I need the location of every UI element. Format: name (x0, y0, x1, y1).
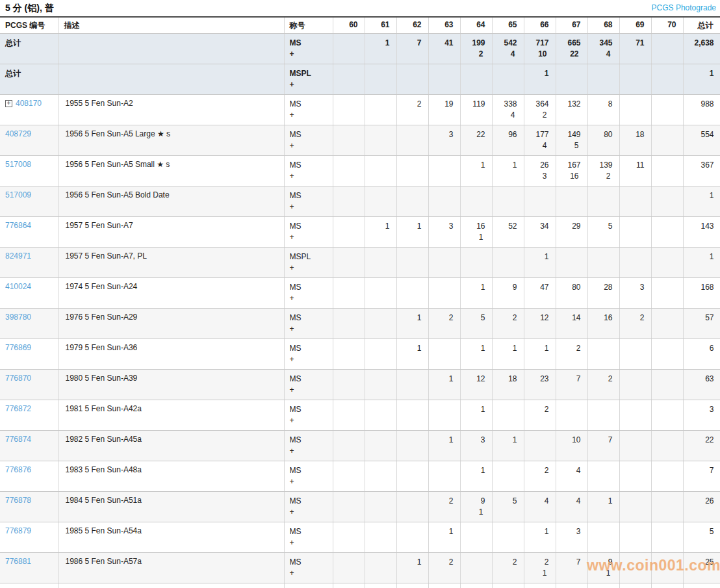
grade-cell-67 (556, 64, 587, 95)
grade-plus-count (429, 49, 454, 60)
grade-count (365, 68, 390, 79)
grade-cell-65: 1 (492, 339, 524, 370)
grade-count (652, 221, 676, 232)
expand-icon[interactable]: + (5, 100, 12, 107)
grade-plus-count: 4 (493, 110, 517, 121)
coin-description: 1974 5 Fen Sun-A24 (58, 278, 284, 309)
grade-cell-69 (619, 64, 651, 95)
grade-count (397, 404, 422, 415)
grade-count: 7 (556, 557, 581, 568)
pcgs-number-link[interactable]: 398780 (5, 313, 31, 322)
pcgs-number-link[interactable]: 517009 (5, 190, 31, 199)
pcgs-number-link[interactable]: 776872 (5, 404, 31, 413)
pcgs-number-link[interactable]: 824971 (5, 251, 31, 261)
pcgs-number-link[interactable]: 776879 (5, 526, 31, 535)
grade-plus-count: 22 (556, 49, 581, 60)
designation-cell: MS+ (284, 309, 333, 339)
grade-count (620, 251, 645, 262)
grade-count (333, 404, 358, 415)
grade-plus-count (365, 293, 390, 304)
pcgs-number-link[interactable]: 517008 (5, 160, 31, 169)
grade-cell-66: 47 (524, 278, 556, 309)
pcgs-number-link[interactable]: 776869 (5, 343, 31, 352)
grade-plus-count (620, 385, 645, 396)
grade-cell-67: 1495 (556, 125, 587, 156)
grade-count: 1 (461, 343, 485, 354)
grade-plus-count (524, 507, 549, 518)
grade-plus-count (333, 476, 358, 487)
grade-cell-61 (365, 461, 396, 492)
grade-plus-count (588, 140, 613, 151)
pcgs-number-cell: 398780 (0, 309, 58, 339)
pcgs-number-link[interactable]: 776864 (5, 221, 31, 230)
grade-plus-count (588, 354, 613, 365)
grade-cell-60 (333, 34, 365, 64)
pcgs-number-link[interactable]: 408729 (5, 129, 31, 138)
pcgs-number-link[interactable]: 776870 (5, 374, 31, 383)
pcgs-number-link[interactable]: 408170 (16, 99, 42, 108)
grade-count (429, 404, 454, 415)
grade-plus-count (397, 110, 422, 121)
pcgs-number-link[interactable]: 776876 (5, 465, 31, 474)
grade-cell-62 (396, 186, 428, 217)
grade-count: 2 (524, 557, 549, 568)
grade-plus-count (652, 415, 676, 426)
grade-plus-count (333, 79, 358, 90)
grade-cell-61 (365, 278, 396, 309)
grade-cell-70 (651, 583, 683, 588)
grade-cell-60 (333, 522, 365, 553)
grade-count (365, 251, 390, 262)
grade-count: 3 (620, 282, 645, 293)
grade-count: 18 (620, 129, 645, 140)
pcgs-number-link[interactable]: 776874 (5, 435, 31, 444)
grade-cell-70 (651, 156, 683, 186)
grade-plus-count (652, 171, 676, 182)
grade-plus-count: 1 (461, 232, 485, 243)
pcgs-number-link[interactable]: 776878 (5, 496, 31, 505)
grade-plus-count (556, 446, 581, 457)
grade-plus-count (493, 354, 517, 365)
grade-count: 96 (493, 129, 517, 140)
grade-cell-65: 1 (492, 431, 524, 461)
grade-count: 177 (524, 129, 549, 140)
photograde-link[interactable]: PCGS Photograde (652, 3, 716, 12)
grade-count (588, 465, 613, 476)
grade-cell-60 (333, 431, 365, 461)
grade-count (429, 282, 454, 293)
grade-count: 1 (588, 496, 613, 507)
grade-cell-66: 2 (524, 400, 556, 431)
grade-cell-61 (365, 186, 396, 217)
designation-line2: + (290, 293, 328, 304)
row-total: 143 (683, 217, 720, 248)
col-header-description: 描述 (58, 17, 284, 34)
grade-plus-count (365, 507, 390, 518)
grade-plus-count (365, 354, 390, 365)
grade-count (620, 68, 645, 79)
grade-plus-count: 10 (524, 49, 549, 60)
grade-plus-count (461, 293, 485, 304)
grade-plus-count (556, 232, 581, 243)
grade-plus-count (493, 568, 517, 579)
grade-count: 16 (588, 313, 613, 324)
grade-count: 5 (588, 221, 613, 232)
designation-line1: MS (290, 129, 328, 140)
grade-cell-64: 12 (460, 370, 492, 400)
grade-cell-62 (396, 431, 428, 461)
grade-plus-count (365, 49, 390, 60)
pcgs-number-link[interactable]: 776881 (5, 557, 31, 566)
grade-count: 1 (429, 374, 454, 385)
pcgs-number-link[interactable]: 410024 (5, 282, 31, 291)
grade-count: 5 (493, 496, 517, 507)
grade-cell-64: 1 (460, 400, 492, 431)
grade-cell-67: 7 (556, 553, 587, 583)
grade-plus-count (493, 171, 517, 182)
grade-count (493, 465, 517, 476)
grade-cell-70 (651, 95, 683, 125)
coin-description: 1986 5 Fen Sun-A57a (58, 553, 284, 583)
grade-count (620, 465, 645, 476)
grade-cell-63: 2 (428, 492, 460, 522)
grade-plus-count (652, 110, 676, 121)
grade-count: 47 (524, 282, 549, 293)
designation-line2: + (290, 568, 328, 579)
grade-plus-count (652, 49, 676, 60)
